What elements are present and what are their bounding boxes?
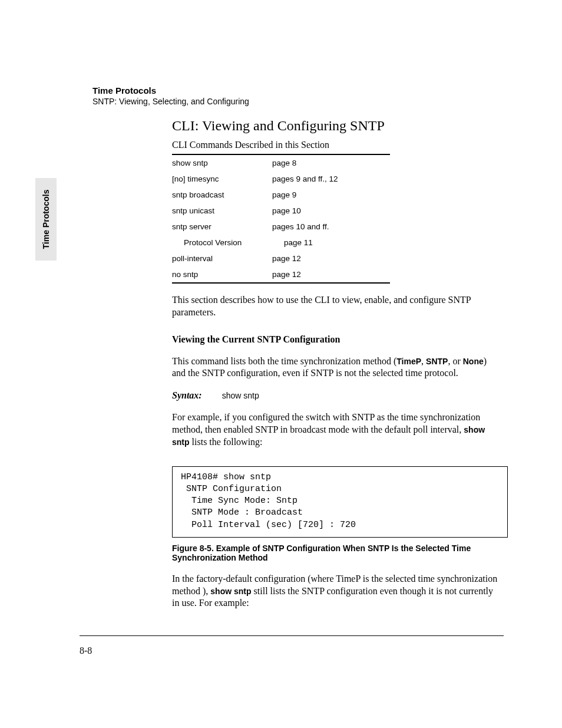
desc-bold-none: None	[463, 357, 484, 366]
command-name: sntp unicast	[172, 206, 272, 215]
table-row: show sntppage 8	[172, 155, 390, 171]
header-subtitle: SNTP: Viewing, Selecting, and Configurin…	[92, 97, 249, 106]
desc-bold-timep: TimeP	[396, 357, 421, 366]
table-row: Protocol Versionpage 11	[172, 235, 390, 251]
command-page: pages 9 and ff., 12	[272, 174, 390, 183]
content-area: CLI: Viewing and Configuring SNTP CLI Co…	[172, 118, 502, 610]
page-number: 8-8	[80, 645, 92, 656]
syntax-command: show sntp	[222, 391, 259, 400]
command-page: page 12	[272, 254, 390, 263]
desc-bold-sntp: SNTP	[426, 357, 448, 366]
desc-paragraph: This command lists both the time synchro…	[172, 355, 502, 380]
example-pre: For example, if you configured the switc…	[172, 412, 480, 434]
subhead-viewing: Viewing the Current SNTP Configuration	[172, 334, 502, 345]
command-name: [no] timesync	[172, 174, 272, 183]
intro-paragraph: This section describes how to use the CL…	[172, 294, 502, 319]
command-name: no sntp	[172, 270, 272, 279]
command-name: show sntp	[172, 159, 272, 167]
example-paragraph: For example, if you configured the switc…	[172, 411, 502, 448]
table-caption: CLI Commands Described in this Section	[172, 140, 502, 150]
header-title: Time Protocols	[92, 85, 249, 95]
commands-table: show sntppage 8[no] timesyncpages 9 and …	[172, 154, 390, 284]
command-page: pages 10 and ff.	[272, 222, 390, 231]
command-page: page 11	[284, 238, 390, 247]
desc-pre: This command lists both the time synchro…	[172, 356, 396, 366]
desc-sep1: ,	[421, 356, 426, 366]
command-page: page 8	[272, 159, 390, 167]
closing-bold: show sntp	[210, 587, 251, 596]
table-row: poll-intervalpage 12	[172, 251, 390, 266]
code-block: HP4108# show sntp SNTP Configuration Tim…	[172, 466, 508, 538]
side-tab-label: Time Protocols	[41, 190, 51, 249]
table-row: no sntppage 12	[172, 266, 390, 282]
side-tab: Time Protocols	[35, 178, 57, 261]
command-page: page 10	[272, 206, 390, 215]
table-row: [no] timesyncpages 9 and ff., 12	[172, 171, 390, 187]
command-page: page 9	[272, 190, 390, 199]
syntax-label: Syntax:	[172, 390, 202, 400]
closing-paragraph: In the factory-default configuration (wh…	[172, 573, 502, 610]
command-name: sntp broadcast	[172, 190, 272, 199]
command-name: sntp server	[172, 222, 272, 231]
figure-caption: Figure 8-5. Example of SNTP Configuratio…	[172, 543, 490, 562]
footer-rule	[80, 635, 504, 636]
syntax-line: Syntax: show sntp	[172, 390, 502, 401]
table-row: sntp serverpages 10 and ff.	[172, 219, 390, 235]
command-page: page 12	[272, 270, 390, 279]
command-name: Protocol Version	[172, 238, 284, 247]
table-row: sntp broadcastpage 9	[172, 187, 390, 203]
desc-sep2: , or	[448, 356, 462, 366]
section-title: CLI: Viewing and Configuring SNTP	[172, 118, 502, 134]
table-row: sntp unicastpage 10	[172, 203, 390, 219]
page-header: Time Protocols SNTP: Viewing, Selecting,…	[92, 85, 249, 106]
example-post: lists the following:	[190, 437, 263, 447]
command-name: poll-interval	[172, 254, 272, 263]
